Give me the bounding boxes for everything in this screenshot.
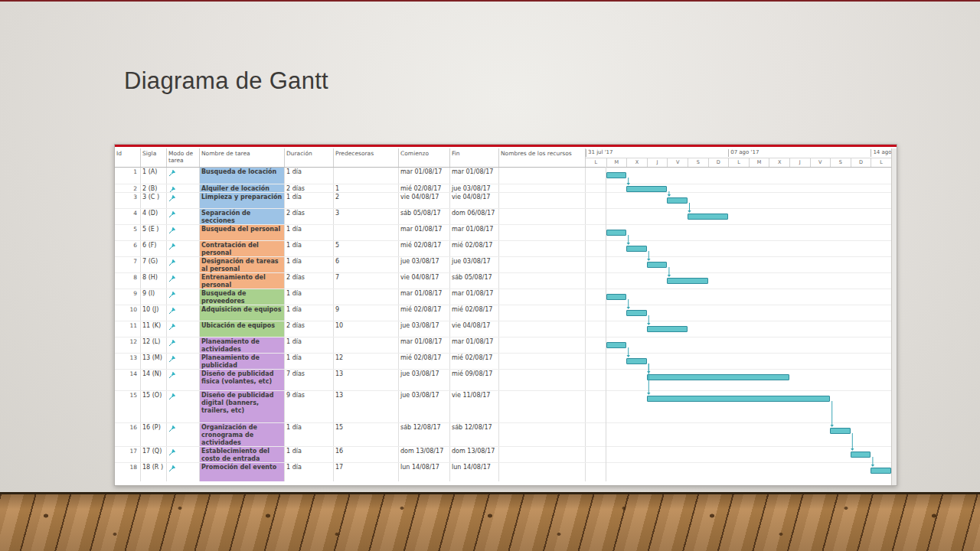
cell-sigla: 12 (L): [141, 337, 167, 353]
task-row[interactable]: 13 13 (M) Planeamiento de publicidad 1 d…: [115, 354, 891, 370]
gantt-chart-cell: [586, 321, 891, 337]
pushpin-icon: [168, 307, 176, 315]
cell-finish: lun 14/08/17: [450, 463, 499, 481]
gantt-chart-cell: [586, 447, 891, 462]
cell-id: 4: [115, 209, 141, 224]
gantt-bar[interactable]: [647, 262, 668, 268]
slide-top-accent: [0, 0, 980, 2]
cell-predecessors: 15: [334, 423, 399, 446]
cell-task-name: Entrenamiento del personal: [200, 273, 285, 289]
task-row[interactable]: 15 15 (O) Diseño de publicidad digital (…: [115, 391, 891, 423]
scrollbar[interactable]: [891, 148, 897, 485]
cell-sigla: 3 (C ): [141, 193, 167, 208]
task-row[interactable]: 5 5 (E ) Busqueda del personal 1 día mar…: [115, 225, 891, 241]
cell-resources: [499, 193, 586, 208]
gantt-chart-cell: [586, 241, 891, 256]
table-body: 1 1 (A) Busqueda de locación 1 día mar 0…: [115, 168, 891, 481]
task-row[interactable]: 16 16 (P) Organización de cronograma de …: [115, 423, 891, 447]
gantt-grid: IdSiglaModo de tareaNombre de tareaDurac…: [115, 148, 891, 481]
cell-predecessors: 17: [334, 463, 399, 481]
cell-task-mode: [167, 273, 200, 289]
pushpin-icon: [168, 291, 176, 298]
gantt-bar[interactable]: [626, 358, 647, 364]
cell-sigla: 1 (A): [141, 168, 167, 184]
cell-duration: 7 días: [285, 370, 334, 390]
task-row[interactable]: 14 14 (N) Diseño de publicidad fisica (v…: [115, 370, 891, 391]
task-row[interactable]: 11 11 (K) Ubicación de equipos 2 días 10…: [115, 321, 891, 337]
cell-start: jue 03/08/17: [399, 321, 450, 337]
cell-start: mar 01/08/17: [399, 289, 450, 305]
pushpin-icon: [168, 186, 176, 192]
day-letter: X: [769, 158, 789, 167]
gantt-bar[interactable]: [606, 230, 627, 236]
cell-sigla: 18 (R ): [141, 463, 167, 481]
gantt-chart-cell: [586, 273, 891, 289]
gantt-bar[interactable]: [647, 396, 830, 402]
task-row[interactable]: 18 18 (R ) Promoción del evento 1 día 17…: [115, 463, 891, 481]
cell-finish: vie 04/08/17: [450, 193, 499, 208]
cell-finish: mié 02/08/17: [450, 241, 499, 256]
day-letter: L: [586, 158, 606, 167]
cell-sigla: 11 (K): [141, 321, 167, 337]
cell-duration: 1 día: [285, 463, 334, 481]
cell-task-mode: [167, 209, 200, 224]
day-letter: D: [708, 158, 729, 167]
cell-task-name: Alquiler de locación: [200, 184, 285, 192]
cell-task-name: Establecimiento del costo de entrada: [200, 447, 285, 462]
cell-id: 11: [115, 321, 141, 337]
task-row[interactable]: 2 2 (B) Alquiler de locación 2 días 1 mi…: [115, 184, 891, 193]
cell-duration: 1 día: [285, 225, 334, 240]
gantt-bar[interactable]: [667, 197, 688, 204]
cell-finish: mar 01/08/17: [450, 225, 499, 240]
cell-task-mode: [167, 370, 200, 390]
cell-start: mié 02/08/17: [399, 305, 450, 321]
task-row[interactable]: 12 12 (L) Planeamiento de actividades 1 …: [115, 337, 891, 354]
task-row[interactable]: 10 10 (J) Adquisicion de equipos 1 día 9…: [115, 305, 891, 321]
gantt-bar[interactable]: [606, 294, 627, 300]
pushpin-icon: [168, 275, 176, 282]
cell-finish: mié 02/08/17: [450, 354, 499, 369]
pushpin-icon: [168, 371, 176, 379]
gantt-bar[interactable]: [688, 214, 728, 220]
task-row[interactable]: 6 6 (F) Contratación del personal 1 día …: [115, 241, 891, 257]
gantt-bar[interactable]: [626, 186, 667, 192]
gantt-bar[interactable]: [626, 310, 647, 316]
gantt-bar[interactable]: [871, 468, 891, 474]
cell-start: lun 14/08/17: [399, 463, 450, 481]
task-row[interactable]: 7 7 (G) Designación de tareas al persona…: [115, 257, 891, 273]
task-row[interactable]: 9 9 (I) Busqueda de proveedores 1 día ma…: [115, 289, 891, 305]
cell-duration: 1 día: [285, 193, 334, 208]
task-row[interactable]: 8 8 (H) Entrenamiento del personal 2 día…: [115, 273, 891, 289]
cell-task-name: Contratación del personal: [200, 241, 285, 256]
cell-id: 8: [115, 273, 141, 289]
task-row[interactable]: 4 4 (D) Separación de secciones 2 días 3…: [115, 209, 891, 225]
table-header-row: IdSiglaModo de tareaNombre de tareaDurac…: [115, 148, 891, 168]
gantt-bar[interactable]: [830, 428, 851, 434]
cell-task-mode: [167, 423, 200, 446]
cell-task-name: Busqueda del personal: [200, 225, 285, 240]
task-row[interactable]: 1 1 (A) Busqueda de locación 1 día mar 0…: [115, 168, 891, 184]
page-title: Diagrama de Gantt: [124, 67, 328, 95]
cell-sigla: 17 (Q): [141, 447, 167, 462]
gantt-bar[interactable]: [851, 452, 871, 458]
gantt-chart-cell: [586, 225, 891, 240]
cell-finish: sáb 12/08/17: [450, 423, 499, 446]
gantt-bar[interactable]: [626, 246, 647, 252]
gantt-bar[interactable]: [606, 172, 627, 178]
pushpin-icon: [168, 243, 176, 250]
gantt-bar[interactable]: [667, 278, 707, 284]
task-row[interactable]: 17 17 (Q) Establecimiento del costo de e…: [115, 447, 891, 463]
task-row[interactable]: 3 3 (C ) Limpieza y preparación 1 día 2 …: [115, 193, 891, 209]
gantt-bar[interactable]: [606, 342, 627, 348]
cell-id: 13: [115, 354, 141, 369]
pushpin-icon: [168, 425, 176, 432]
cell-finish: vie 04/08/17: [450, 321, 499, 337]
gantt-bar[interactable]: [647, 374, 789, 380]
gantt-bar[interactable]: [647, 326, 688, 332]
day-letter: S: [688, 158, 708, 167]
column-header: Comienzo: [399, 148, 450, 167]
table-top-rule: [115, 145, 897, 147]
day-letter: J: [647, 158, 668, 167]
day-letter: V: [810, 158, 831, 167]
cell-id: 6: [115, 241, 141, 256]
